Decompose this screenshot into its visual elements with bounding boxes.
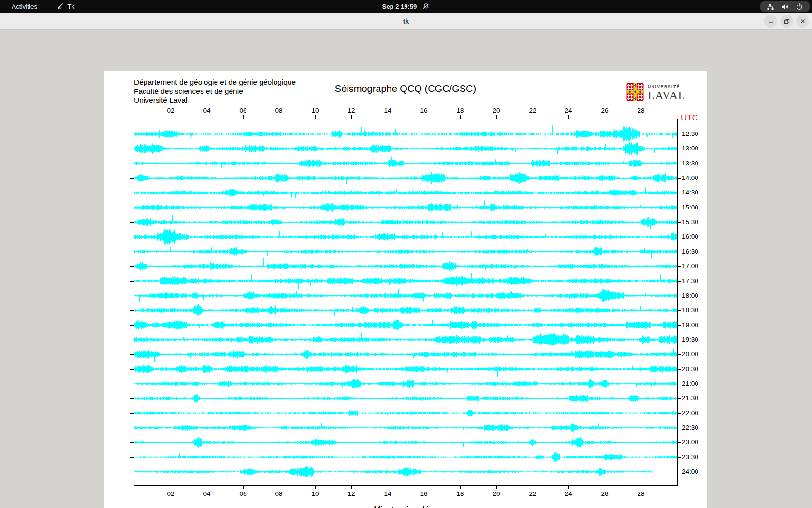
trace-tick-right	[677, 472, 681, 472]
trace-tick-left	[130, 281, 134, 282]
clock-button[interactable]: Sep 2 19:59	[382, 3, 417, 10]
trace-tick-left	[130, 252, 134, 252]
trace-tick-left	[130, 237, 134, 237]
time-label: 20:00	[682, 350, 698, 358]
x-tick-label-bottom: 28	[637, 490, 644, 497]
x-tick-mark-top	[424, 115, 424, 119]
time-label: 21:30	[682, 394, 698, 402]
x-tick-label-top: 14	[384, 107, 391, 114]
time-label: 12:30	[682, 130, 698, 137]
x-tick-mark-top	[533, 115, 533, 119]
x-tick-label-bottom: 18	[456, 490, 464, 497]
trace-tick-right	[677, 266, 681, 267]
time-label: 13:30	[682, 160, 698, 167]
trace-tick-left	[130, 164, 134, 164]
trace-tick-left	[130, 149, 134, 149]
x-tick-label-bottom: 06	[239, 490, 246, 497]
time-label: 14:00	[682, 174, 698, 181]
time-label: 16:30	[682, 248, 698, 255]
trace-tick-left	[130, 266, 134, 267]
time-label: 19:00	[682, 321, 698, 329]
time-label: 13:00	[682, 145, 698, 152]
system-status-menu[interactable]	[760, 1, 810, 12]
x-tick-label-bottom: 12	[348, 490, 355, 497]
time-label: 22:30	[682, 424, 698, 431]
trace-tick-left	[130, 369, 134, 370]
volume-icon	[781, 3, 789, 11]
trace-tick-right	[677, 428, 681, 428]
x-tick-label-bottom: 08	[275, 490, 282, 497]
trace-tick-right	[677, 164, 681, 164]
trace-tick-right	[677, 413, 681, 414]
trace-tick-left	[130, 222, 134, 223]
helicorder-plot: UTC Minutes écoulées 0202040406060808101…	[134, 119, 678, 486]
x-tick-mark-top	[351, 115, 352, 119]
time-label: 23:00	[682, 438, 698, 446]
x-tick-mark-bottom	[641, 485, 641, 489]
chart-title: Séismographe QCQ (CGC/GSC)	[104, 83, 707, 94]
x-tick-mark-bottom	[315, 485, 316, 489]
trace-tick-left	[130, 325, 134, 326]
trace-tick-left	[130, 134, 134, 134]
logo-laval-text: LAVAL	[648, 90, 685, 101]
top-bar: Activities Tk Sep 2 19:59	[0, 0, 812, 13]
x-tick-label-bottom: 02	[167, 490, 174, 497]
power-icon	[796, 3, 803, 11]
seismogram-traces	[134, 119, 677, 485]
time-label: 23:30	[682, 453, 698, 461]
time-label: 17:30	[682, 277, 698, 284]
trace-tick-left	[130, 457, 134, 458]
x-tick-mark-bottom	[605, 485, 605, 489]
x-tick-mark-bottom	[207, 485, 207, 489]
trace-tick-right	[677, 296, 681, 296]
trace-tick-left	[130, 428, 134, 428]
trace-tick-left	[130, 178, 134, 179]
network-wired-icon	[767, 3, 774, 11]
seismograph-canvas: Département de géologie et de génie géol…	[104, 71, 707, 508]
x-tick-mark-bottom	[388, 485, 388, 489]
x-tick-mark-bottom	[424, 485, 424, 489]
activities-button[interactable]: Activities	[9, 2, 40, 11]
x-tick-mark-top	[171, 115, 171, 119]
x-tick-label-top: 28	[637, 107, 644, 114]
x-tick-label-top: 12	[348, 107, 355, 114]
x-tick-label-top: 06	[239, 107, 246, 114]
x-tick-mark-bottom	[533, 485, 533, 489]
x-tick-label-top: 04	[203, 107, 210, 114]
trace-tick-left	[130, 384, 134, 384]
trace-tick-left	[130, 340, 134, 340]
app-menu-button[interactable]: Tk	[57, 3, 74, 10]
trace-tick-left	[130, 354, 134, 355]
minimize-button[interactable]	[764, 15, 777, 28]
x-tick-label-top: 10	[311, 107, 319, 114]
time-label: 18:30	[682, 306, 698, 314]
time-label: 15:00	[682, 204, 698, 211]
x-tick-mark-top	[496, 115, 497, 119]
time-label: 14:30	[682, 189, 698, 196]
trace-tick-right	[677, 252, 681, 252]
x-tick-label-top: 26	[601, 107, 608, 114]
trace-tick-right	[677, 208, 681, 208]
trace-tick-right	[677, 281, 681, 282]
x-tick-mark-bottom	[279, 485, 279, 489]
tk-feather-icon	[57, 3, 64, 10]
close-button[interactable]	[796, 15, 809, 28]
trace-tick-right	[677, 193, 681, 193]
x-tick-label-bottom: 22	[529, 490, 536, 497]
restore-button[interactable]	[780, 15, 793, 28]
x-tick-label-top: 08	[275, 107, 282, 114]
trace-tick-left	[130, 208, 134, 208]
trace-tick-left	[130, 398, 134, 399]
time-label: 22:00	[682, 409, 698, 417]
window-title-bar[interactable]: tk	[0, 13, 812, 30]
x-tick-mark-top	[207, 115, 207, 119]
trace-tick-right	[677, 178, 681, 179]
universite-laval-logo: UNIVERSITÉ LAVAL	[626, 83, 685, 103]
trace-tick-right	[677, 457, 681, 458]
x-tick-mark-top	[243, 115, 244, 119]
trace-tick-left	[130, 296, 134, 296]
trace-tick-right	[677, 442, 681, 443]
x-tick-mark-bottom	[351, 485, 352, 489]
time-label: 15:30	[682, 218, 698, 225]
x-tick-mark-top	[605, 115, 605, 119]
